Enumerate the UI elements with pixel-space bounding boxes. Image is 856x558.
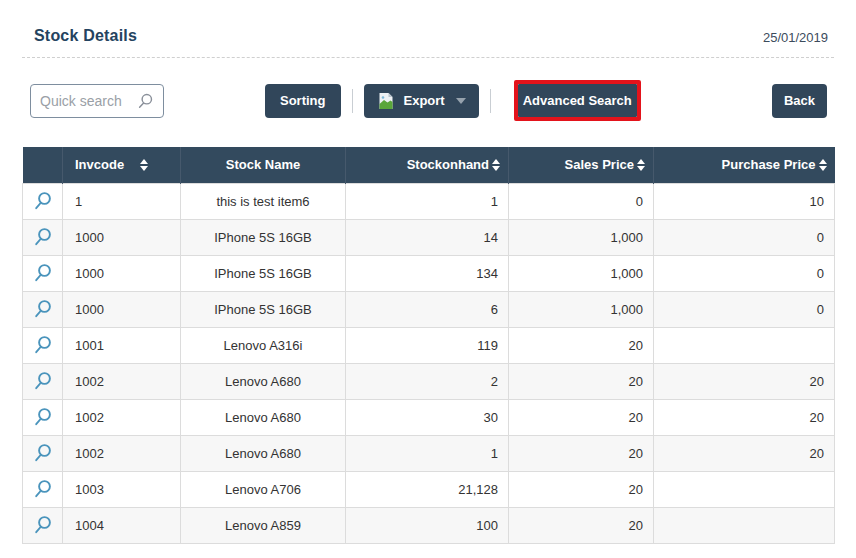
cell-sales-price: 1,000 — [509, 255, 654, 291]
row-view-button[interactable] — [23, 291, 63, 327]
export-label: Export — [404, 93, 445, 108]
cell-sales-price: 1,000 — [509, 291, 654, 327]
cell-purchase-price — [654, 471, 835, 507]
table-row: 1002 Lenovo A680 2 20 20 — [23, 363, 835, 399]
cell-invcode: 1000 — [63, 255, 181, 291]
header-stock-name-label: Stock Name — [226, 157, 300, 172]
cell-sales-price: 1,000 — [509, 219, 654, 255]
table-row: 1 this is test item6 1 0 10 — [23, 183, 835, 219]
row-view-button[interactable] — [23, 399, 63, 435]
cell-stock-name: Lenovo A680 — [181, 399, 346, 435]
header-invcode[interactable]: Invcode — [63, 147, 181, 183]
cell-purchase-price: 0 — [654, 255, 835, 291]
cell-stock-name: IPhone 5S 16GB — [181, 255, 346, 291]
header-sales-price[interactable]: Sales Price — [509, 147, 654, 183]
cell-sales-price: 20 — [509, 471, 654, 507]
page-header: Stock Details 25/01/2019 — [22, 0, 834, 58]
cell-purchase-price: 20 — [654, 363, 835, 399]
cell-purchase-price — [654, 327, 835, 363]
cell-invcode: 1000 — [63, 291, 181, 327]
cell-stock-name: IPhone 5S 16GB — [181, 291, 346, 327]
header-purchase-price-label: Purchase Price — [722, 157, 816, 172]
header-stockonhand[interactable]: Stockonhand — [346, 147, 509, 183]
search-input[interactable] — [40, 93, 136, 109]
stock-details-page: Stock Details 25/01/2019 Sorting — [0, 0, 856, 544]
table-row: 1001 Lenovo A316i 119 20 — [23, 327, 835, 363]
sorting-button[interactable]: Sorting — [265, 84, 341, 118]
row-view-button[interactable] — [23, 435, 63, 471]
cell-sales-price: 0 — [509, 183, 654, 219]
cell-stockonhand: 100 — [346, 507, 509, 543]
caret-down-icon — [456, 98, 466, 104]
toolbar: Sorting Export Advanced Search Back — [22, 80, 834, 121]
row-view-button[interactable] — [23, 471, 63, 507]
cell-stockonhand: 119 — [346, 327, 509, 363]
cell-stockonhand: 1 — [346, 435, 509, 471]
toolbar-divider — [490, 89, 491, 113]
table-body: 1 this is test item6 1 0 10 1000 IPhone … — [23, 183, 835, 543]
cell-purchase-price: 10 — [654, 183, 835, 219]
table-row: 1000 IPhone 5S 16GB 6 1,000 0 — [23, 291, 835, 327]
cell-stockonhand: 134 — [346, 255, 509, 291]
header-stockonhand-label: Stockonhand — [407, 157, 489, 172]
cell-stockonhand: 6 — [346, 291, 509, 327]
cell-stockonhand: 14 — [346, 219, 509, 255]
page-title: Stock Details — [34, 27, 137, 45]
cell-stockonhand: 2 — [346, 363, 509, 399]
cell-invcode: 1001 — [63, 327, 181, 363]
cell-sales-price: 20 — [509, 435, 654, 471]
table-row: 1002 Lenovo A680 30 20 20 — [23, 399, 835, 435]
table-row: 1004 Lenovo A859 100 20 — [23, 507, 835, 543]
toolbar-divider — [352, 89, 353, 113]
search-icon — [136, 92, 154, 110]
cell-sales-price: 20 — [509, 507, 654, 543]
cell-stockonhand: 30 — [346, 399, 509, 435]
row-view-button[interactable] — [23, 327, 63, 363]
table-row: 1000 IPhone 5S 16GB 14 1,000 0 — [23, 219, 835, 255]
cell-sales-price: 20 — [509, 363, 654, 399]
header-purchase-price[interactable]: Purchase Price — [654, 147, 835, 183]
row-view-button[interactable] — [23, 219, 63, 255]
quick-search-box — [30, 84, 164, 118]
advanced-search-button[interactable]: Advanced Search — [518, 84, 637, 117]
cell-stockonhand: 21,128 — [346, 471, 509, 507]
header-sales-price-label: Sales Price — [565, 157, 634, 172]
cell-sales-price: 20 — [509, 399, 654, 435]
date-label: 25/01/2019 — [763, 30, 828, 45]
sort-icon — [819, 159, 827, 171]
cell-invcode: 1002 — [63, 363, 181, 399]
cell-stock-name: this is test item6 — [181, 183, 346, 219]
cell-purchase-price: 0 — [654, 219, 835, 255]
cell-purchase-price: 20 — [654, 435, 835, 471]
cell-stock-name: Lenovo A706 — [181, 471, 346, 507]
sort-icon — [140, 159, 148, 171]
table-header-row: Invcode Stock Name Stockonhand — [23, 147, 835, 183]
header-invcode-label: Invcode — [75, 157, 124, 172]
cell-purchase-price — [654, 507, 835, 543]
row-view-button[interactable] — [23, 363, 63, 399]
header-stock-name: Stock Name — [181, 147, 346, 183]
table-row: 1002 Lenovo A680 1 20 20 — [23, 435, 835, 471]
sort-icon — [637, 159, 645, 171]
cell-invcode: 1002 — [63, 399, 181, 435]
row-view-button[interactable] — [23, 255, 63, 291]
stock-table: Invcode Stock Name Stockonhand — [22, 147, 835, 544]
cell-purchase-price: 20 — [654, 399, 835, 435]
red-highlight-annotation: Advanced Search — [514, 80, 641, 121]
cell-invcode: 1000 — [63, 219, 181, 255]
cell-invcode: 1 — [63, 183, 181, 219]
sort-icon — [492, 159, 500, 171]
export-file-icon — [377, 92, 395, 110]
table-row: 1003 Lenovo A706 21,128 20 — [23, 471, 835, 507]
row-view-button[interactable] — [23, 507, 63, 543]
cell-invcode: 1002 — [63, 435, 181, 471]
table-row: 1000 IPhone 5S 16GB 134 1,000 0 — [23, 255, 835, 291]
export-button[interactable]: Export — [364, 84, 479, 118]
header-actions — [23, 147, 63, 183]
row-view-button[interactable] — [23, 183, 63, 219]
cell-purchase-price: 0 — [654, 291, 835, 327]
cell-invcode: 1004 — [63, 507, 181, 543]
cell-stock-name: Lenovo A859 — [181, 507, 346, 543]
back-button[interactable]: Back — [772, 84, 827, 118]
cell-stock-name: Lenovo A316i — [181, 327, 346, 363]
